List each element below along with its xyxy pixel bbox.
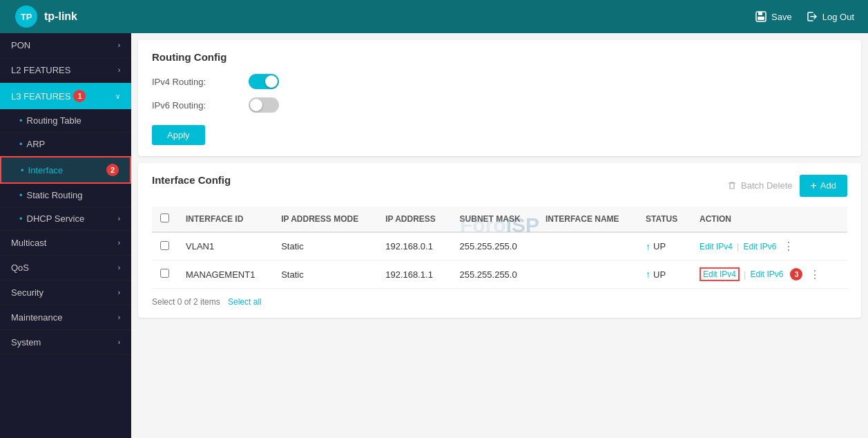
interface-id-cell: MANAGEMENT1 bbox=[177, 260, 273, 289]
sidebar-item-l2features[interactable]: L2 FEATURES › bbox=[0, 58, 131, 83]
interface-id-cell: VLAN1 bbox=[177, 232, 273, 260]
separator: | bbox=[744, 269, 746, 280]
row-checkbox[interactable] bbox=[160, 269, 169, 278]
action-links: Edit IPv4 | Edit IPv6 3 ⋮ bbox=[700, 267, 839, 281]
row-checkbox[interactable] bbox=[160, 241, 169, 250]
logo-text: tp-link bbox=[44, 10, 77, 23]
status-cell: ↑ UP bbox=[637, 260, 691, 289]
col-status: STATUS bbox=[637, 207, 691, 232]
ip-mode-cell: Static bbox=[273, 232, 377, 260]
dhcp-label-row: • DHCP Service bbox=[19, 213, 84, 224]
bullet-icon: • bbox=[19, 139, 23, 149]
sidebar-item-label: Interface bbox=[28, 165, 64, 175]
col-subnet-mask: SUBNET MASK bbox=[452, 207, 537, 232]
interface-badge: 2 bbox=[106, 164, 119, 176]
logout-button[interactable]: Log Out bbox=[806, 10, 854, 23]
sidebar-item-security[interactable]: Security › bbox=[0, 280, 131, 305]
sidebar-item-system[interactable]: System › bbox=[0, 330, 131, 355]
sidebar-item-label: Multicast bbox=[11, 238, 46, 248]
select-all-link[interactable]: Select all bbox=[228, 297, 262, 307]
more-actions-button[interactable]: ⋮ bbox=[807, 268, 823, 281]
interface-config-section: Interface Config Batch Delete + Add Foro… bbox=[138, 163, 861, 318]
interface-name-cell bbox=[537, 260, 637, 289]
ipv4-toggle-track bbox=[249, 74, 279, 89]
ipv4-routing-toggle[interactable] bbox=[249, 74, 279, 89]
sidebar-item-label: Routing Table bbox=[27, 115, 81, 126]
action-links: Edit IPv4 | Edit IPv6 ⋮ bbox=[700, 240, 839, 253]
sidebar-item-qos[interactable]: QoS › bbox=[0, 256, 131, 280]
chevron-right-icon: › bbox=[118, 215, 120, 222]
ipv6-toggle-thumb bbox=[250, 99, 262, 111]
chevron-right-icon: › bbox=[118, 264, 120, 272]
col-interface-name: INTERFACE NAME bbox=[537, 207, 637, 232]
chevron-right-icon: › bbox=[118, 314, 120, 321]
logout-icon bbox=[806, 10, 818, 23]
chevron-right-icon: › bbox=[118, 239, 120, 247]
sidebar-item-label: ARP bbox=[27, 139, 46, 149]
table-row: MANAGEMENT1 Static 192.168.1.1 255.255.2… bbox=[152, 260, 847, 289]
bullet-icon: • bbox=[21, 165, 24, 175]
edit-ipv4-link[interactable]: Edit IPv4 bbox=[700, 267, 740, 281]
sidebar: PON › L2 FEATURES › L3 FEATURES 1 ∨ • Ro… bbox=[0, 33, 131, 438]
save-button[interactable]: Save bbox=[755, 10, 792, 23]
table-row: VLAN1 Static 192.168.0.1 255.255.255.0 ↑… bbox=[152, 232, 847, 260]
table-header-row: INTERFACE ID IP ADDRESS MODE IP ADDRESS … bbox=[152, 207, 847, 232]
sidebar-item-label: Maintenance bbox=[11, 312, 62, 323]
status-up: ↑ UP bbox=[646, 241, 683, 252]
ipv6-routing-toggle[interactable] bbox=[249, 97, 279, 113]
action-cell: Edit IPv4 | Edit IPv6 3 ⋮ bbox=[691, 260, 847, 289]
header: TP tp-link Save Log Out bbox=[0, 0, 868, 33]
action-badge: 3 bbox=[790, 268, 802, 280]
sidebar-item-static-routing[interactable]: • Static Routing bbox=[0, 184, 131, 207]
ip-address-cell: 192.168.1.1 bbox=[377, 260, 451, 289]
batch-delete-button[interactable]: Batch Delete bbox=[726, 180, 792, 191]
ip-mode-cell: Static bbox=[273, 260, 377, 289]
sidebar-item-pon[interactable]: PON › bbox=[0, 33, 131, 58]
save-icon bbox=[755, 10, 767, 23]
col-ip-address: IP ADDRESS bbox=[377, 207, 451, 232]
sidebar-item-label: L2 FEATURES bbox=[11, 65, 70, 75]
sidebar-item-routing-table[interactable]: • Routing Table bbox=[0, 109, 131, 133]
bullet-icon: • bbox=[19, 213, 23, 224]
sidebar-item-label: System bbox=[11, 337, 41, 347]
sidebar-item-maintenance[interactable]: Maintenance › bbox=[0, 305, 131, 330]
subnet-mask-cell: 255.255.255.0 bbox=[452, 260, 537, 289]
edit-ipv6-link[interactable]: Edit IPv6 bbox=[743, 242, 776, 251]
logo-icon: TP bbox=[14, 4, 39, 29]
sidebar-item-arp[interactable]: • ARP bbox=[0, 133, 131, 156]
sidebar-item-label: DHCP Service bbox=[27, 213, 85, 224]
sidebar-item-label: PON bbox=[11, 40, 30, 50]
select-info: Select 0 of 2 items Select all bbox=[152, 297, 847, 307]
status-cell: ↑ UP bbox=[637, 232, 691, 260]
col-interface-id: INTERFACE ID bbox=[177, 207, 273, 232]
main-content: Routing Config IPv4 Routing: IPv6 Routin… bbox=[131, 33, 868, 438]
interface-config-header: Interface Config Batch Delete + Add bbox=[152, 174, 847, 197]
chevron-right-icon: › bbox=[118, 41, 120, 49]
l3features-label-row: L3 FEATURES 1 bbox=[11, 90, 86, 102]
routing-config-section: Routing Config IPv4 Routing: IPv6 Routin… bbox=[138, 40, 861, 156]
sidebar-item-multicast[interactable]: Multicast › bbox=[0, 231, 131, 256]
apply-button[interactable]: Apply bbox=[152, 125, 205, 145]
ip-address-cell: 192.168.0.1 bbox=[377, 232, 451, 260]
more-actions-button[interactable]: ⋮ bbox=[780, 240, 797, 253]
ipv4-toggle-thumb bbox=[265, 75, 278, 88]
edit-ipv6-link[interactable]: Edit IPv6 bbox=[750, 269, 783, 279]
bullet-icon: • bbox=[19, 190, 23, 200]
separator: | bbox=[737, 241, 739, 251]
ipv6-routing-label: IPv6 Routing: bbox=[152, 100, 235, 111]
select-all-checkbox[interactable] bbox=[160, 213, 169, 222]
action-cell: Edit IPv4 | Edit IPv6 ⋮ bbox=[691, 232, 847, 260]
sidebar-item-dhcp-service[interactable]: • DHCP Service › bbox=[0, 207, 131, 231]
chevron-right-icon: › bbox=[118, 66, 120, 74]
plus-icon: + bbox=[811, 180, 817, 192]
action-area: Batch Delete + Add bbox=[726, 175, 847, 197]
routing-config-title: Routing Config bbox=[152, 51, 847, 63]
sidebar-item-l3features[interactable]: L3 FEATURES 1 ∨ bbox=[0, 83, 131, 109]
sidebar-item-interface[interactable]: • Interface 2 bbox=[0, 156, 131, 184]
chevron-right-icon: › bbox=[118, 339, 120, 346]
add-button[interactable]: + Add bbox=[800, 175, 847, 197]
layout: PON › L2 FEATURES › L3 FEATURES 1 ∨ • Ro… bbox=[0, 33, 868, 438]
sidebar-item-label: Security bbox=[11, 287, 44, 298]
logo: TP tp-link bbox=[14, 4, 77, 29]
edit-ipv4-link[interactable]: Edit IPv4 bbox=[700, 242, 733, 251]
